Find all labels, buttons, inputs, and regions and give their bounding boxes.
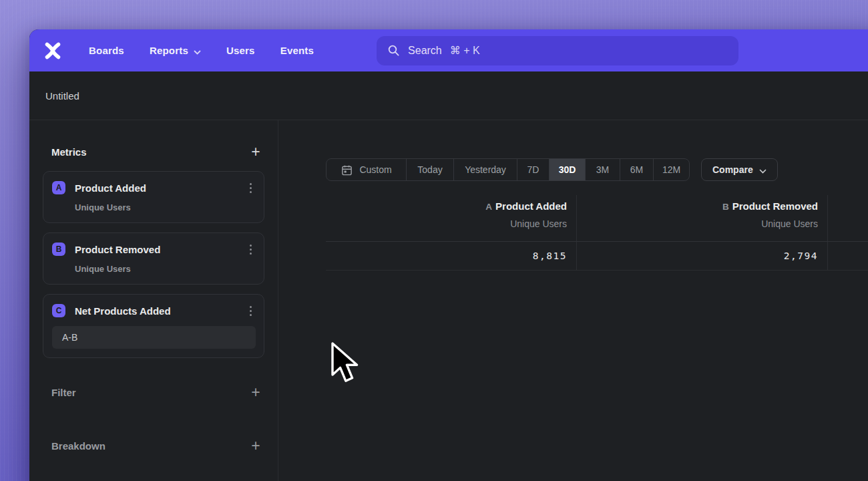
search-icon [387, 44, 400, 57]
metric-title: Net Products Added [75, 305, 246, 317]
kebab-menu-icon[interactable] [246, 242, 256, 257]
range-3m[interactable]: 3M [585, 159, 620, 180]
kebab-menu-icon[interactable] [246, 303, 256, 318]
nav-item-reports[interactable]: Reports [150, 44, 201, 57]
metric-card-a[interactable]: A Product Added Unique Users [43, 171, 264, 223]
metric-title: Product Added [75, 182, 246, 194]
report-title[interactable]: Untitled [45, 90, 79, 102]
query-sidebar: Metrics + A Product Added Unique Users B… [29, 120, 278, 481]
compare-label: Compare [712, 164, 753, 175]
range-yesterday[interactable]: Yesterday [453, 159, 517, 180]
range-7d[interactable]: 7D [517, 159, 549, 180]
table-header-row: AProduct Added Unique Users BProduct Rem… [326, 195, 868, 242]
metric-badge-c: C [52, 304, 65, 317]
app-window: Boards Reports Users Events Search ⌘ + K… [29, 29, 868, 481]
search-input[interactable]: Search ⌘ + K [377, 36, 738, 65]
calendar-icon [341, 164, 353, 176]
metric-title: Product Removed [75, 244, 246, 255]
nav-item-users[interactable]: Users [226, 45, 255, 56]
date-range-control: Custom Today Yesterday 7D 30D 3M 6M 12M [326, 158, 690, 181]
range-label: Custom [359, 164, 391, 175]
kebab-menu-icon[interactable] [246, 180, 256, 195]
add-metric-button[interactable]: + [247, 143, 264, 160]
date-toolbar: Custom Today Yesterday 7D 30D 3M 6M 12M … [326, 158, 868, 181]
metric-value: 2,794 [784, 251, 818, 261]
mixpanel-logo-icon[interactable] [41, 39, 64, 62]
filter-label: Filter [51, 387, 76, 398]
compare-button[interactable]: Compare [701, 158, 778, 181]
range-6m[interactable]: 6M [620, 159, 653, 180]
range-custom[interactable]: Custom [327, 159, 406, 180]
chevron-down-icon [194, 45, 201, 57]
search-shortcut: ⌘ + K [450, 44, 480, 57]
metric-value: 8,815 [533, 251, 567, 261]
nav-item-boards[interactable]: Boards [89, 45, 124, 56]
range-12m[interactable]: 12M [653, 159, 689, 180]
column-subtitle: Unique Users [577, 216, 818, 232]
main-panel: Custom Today Yesterday 7D 30D 3M 6M 12M … [278, 120, 868, 481]
column-header-b: BProduct Removed Unique Users [577, 195, 828, 241]
column-title: Product Added [495, 200, 567, 212]
chevron-down-icon [759, 165, 767, 176]
metric-card-c[interactable]: C Net Products Added A-B [43, 294, 264, 358]
report-title-bar: Untitled [29, 71, 868, 120]
nav-item-label: Reports [150, 45, 188, 56]
add-filter-button[interactable]: + [247, 383, 264, 401]
add-breakdown-button[interactable]: + [247, 437, 264, 454]
metric-card-b[interactable]: B Product Removed Unique Users [43, 232, 264, 285]
table-value-row: 8,815 2,794 [326, 242, 868, 271]
search-placeholder: Search [408, 45, 442, 57]
metric-measure[interactable]: Unique Users [75, 264, 256, 274]
column-subtitle: Unique Users [326, 216, 567, 232]
metric-measure[interactable]: Unique Users [75, 202, 256, 212]
filter-section: Filter + [43, 380, 264, 404]
top-nav: Boards Reports Users Events Search ⌘ + K [29, 29, 868, 71]
range-today[interactable]: Today [406, 159, 453, 180]
formula-input[interactable]: A-B [52, 326, 256, 349]
column-header-spacer [828, 195, 868, 241]
nav-item-events[interactable]: Events [280, 45, 314, 56]
metric-badge-a: A [52, 181, 65, 194]
column-title: Product Removed [732, 200, 818, 212]
breakdown-section: Breakdown + [43, 434, 264, 458]
metrics-header: Metrics + [43, 142, 264, 162]
breakdown-label: Breakdown [51, 440, 105, 452]
results-table: AProduct Added Unique Users BProduct Rem… [326, 195, 868, 271]
column-badge: A [485, 202, 492, 212]
column-header-a: AProduct Added Unique Users [326, 195, 577, 241]
column-badge: B [722, 202, 729, 212]
range-30d[interactable]: 30D [549, 159, 585, 180]
metrics-title: Metrics [51, 146, 87, 158]
nav-menu: Boards Reports Users Events [89, 44, 314, 57]
metric-badge-b: B [52, 243, 65, 256]
value-cell-b: 2,794 [577, 242, 828, 270]
value-cell-spacer [828, 242, 868, 270]
value-cell-a: 8,815 [326, 242, 577, 270]
